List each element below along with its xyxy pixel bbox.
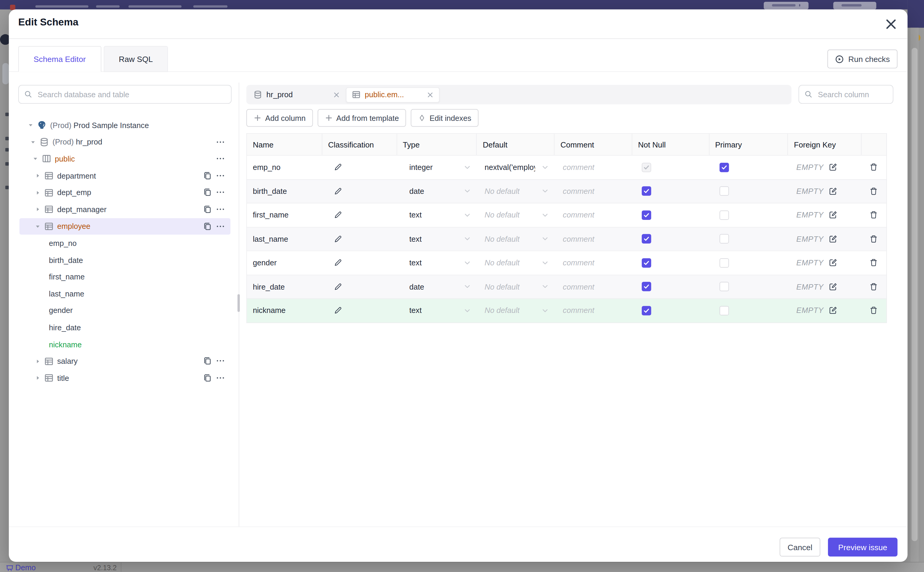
caret-right-icon[interactable] (34, 206, 41, 213)
cell-name[interactable]: emp_no (247, 155, 322, 179)
caret-right-icon[interactable] (34, 189, 41, 196)
caret-right-icon[interactable] (34, 375, 41, 382)
chevron-down-icon[interactable] (541, 187, 549, 195)
chevron-down-icon[interactable] (541, 211, 549, 219)
database-search-input[interactable] (36, 89, 226, 99)
more-menu-icon[interactable] (215, 221, 225, 231)
close-icon[interactable] (884, 17, 898, 31)
cell-type-select[interactable]: text (396, 227, 476, 251)
cell-comment-input[interactable]: comment (554, 204, 632, 227)
tree-item-title[interactable]: title (19, 370, 231, 386)
caret-right-icon[interactable] (34, 172, 41, 179)
edit-foreign-key-icon[interactable] (828, 235, 837, 244)
cell-type-select[interactable]: integer (396, 155, 476, 179)
cell-default-select[interactable]: No default (476, 275, 554, 298)
cell-comment-input[interactable]: comment (554, 227, 632, 251)
column-search-input[interactable] (817, 89, 887, 99)
page-scrollbar[interactable] (910, 28, 919, 572)
cell-comment-input[interactable]: comment (554, 179, 632, 203)
primary-checkbox[interactable] (719, 258, 729, 268)
edit-foreign-key-icon[interactable] (828, 163, 837, 172)
classification-edit-icon[interactable] (333, 163, 343, 172)
cell-default-select[interactable]: nextval('employ (476, 155, 554, 179)
chevron-down-icon[interactable] (464, 283, 472, 291)
cell-type-select[interactable]: text (396, 251, 476, 275)
cell-comment-input[interactable]: comment (554, 251, 632, 275)
cell-name[interactable]: birth_date (247, 179, 322, 203)
classification-edit-icon[interactable] (333, 282, 343, 291)
tab-chip-hr_prod[interactable]: hr_prod (253, 85, 342, 104)
chevron-down-icon[interactable] (541, 235, 549, 243)
classification-edit-icon[interactable] (333, 235, 343, 244)
tree-item-nickname[interactable]: nickname (19, 336, 231, 353)
chevron-down-icon[interactable] (464, 163, 472, 171)
caret-down-icon[interactable] (27, 122, 34, 129)
chevron-down-icon[interactable] (464, 306, 472, 315)
primary-checkbox[interactable] (719, 306, 729, 315)
tree-item-hr_prod[interactable]: (Prod) hr_prod (19, 134, 231, 151)
panel-resize-handle[interactable] (237, 294, 240, 312)
primary-checkbox[interactable] (719, 282, 729, 291)
chevron-down-icon[interactable] (541, 259, 549, 267)
cell-name[interactable]: hire_date (247, 275, 322, 298)
chevron-down-icon[interactable] (464, 235, 472, 243)
tree-item-prod-sample-instance[interactable]: (Prod) Prod Sample Instance (19, 117, 231, 134)
cell-type-select[interactable]: text (396, 299, 476, 322)
not-null-checkbox[interactable] (642, 187, 651, 196)
delete-column-icon[interactable] (869, 211, 878, 219)
primary-checkbox[interactable] (719, 187, 729, 196)
cell-default-select[interactable]: No default (476, 179, 554, 203)
delete-column-icon[interactable] (869, 163, 878, 172)
tree-item-department[interactable]: department (19, 167, 231, 184)
more-menu-icon[interactable] (215, 171, 225, 180)
page-scrollbar-thumb[interactable] (912, 48, 918, 541)
tab-schema-editor[interactable]: Schema Editor (18, 46, 101, 72)
copy-icon[interactable] (203, 356, 212, 366)
classification-edit-icon[interactable] (333, 306, 343, 315)
tree-item-first_name[interactable]: first_name (19, 268, 231, 285)
more-menu-icon[interactable] (215, 205, 225, 214)
caret-right-icon[interactable] (34, 358, 41, 365)
caret-down-icon[interactable] (34, 223, 41, 230)
cell-name[interactable]: first_name (247, 204, 322, 227)
tree-item-gender[interactable]: gender (19, 302, 231, 319)
classification-edit-icon[interactable] (333, 258, 343, 267)
chevron-down-icon[interactable] (541, 163, 549, 171)
chevron-down-icon[interactable] (541, 306, 549, 315)
edit-foreign-key-icon[interactable] (828, 282, 837, 291)
cancel-button[interactable]: Cancel (780, 538, 820, 556)
tree-item-hire_date[interactable]: hire_date (19, 319, 231, 336)
tree-item-emp_no[interactable]: emp_no (19, 235, 231, 252)
more-menu-icon[interactable] (215, 137, 225, 146)
chevron-down-icon[interactable] (464, 187, 472, 195)
cell-name[interactable]: nickname (247, 299, 322, 322)
chevron-down-icon[interactable] (464, 259, 472, 267)
tree-item-last_name[interactable]: last_name (19, 285, 231, 302)
not-null-checkbox[interactable] (642, 306, 651, 315)
delete-column-icon[interactable] (869, 258, 878, 267)
edit-foreign-key-icon[interactable] (828, 306, 837, 315)
tree-item-employee[interactable]: employee (19, 218, 231, 235)
tree-item-dept_manager[interactable]: dept_manager (19, 201, 231, 218)
not-null-checkbox[interactable] (642, 234, 651, 244)
tree-item-birth_date[interactable]: birth_date (19, 252, 231, 268)
tab-chip-public-em---[interactable]: public.em... (346, 87, 440, 102)
copy-icon[interactable] (203, 205, 212, 214)
cell-type-select[interactable]: date (396, 179, 476, 203)
chevron-down-icon[interactable] (464, 211, 472, 219)
primary-checkbox[interactable] (719, 162, 729, 172)
edit-foreign-key-icon[interactable] (828, 258, 837, 267)
cell-name[interactable]: gender (247, 251, 322, 275)
not-null-checkbox[interactable] (642, 282, 651, 291)
primary-checkbox[interactable] (719, 210, 729, 220)
primary-checkbox[interactable] (719, 234, 729, 244)
tree-item-public[interactable]: public (19, 151, 231, 167)
copy-icon[interactable] (203, 188, 212, 197)
add-column-button[interactable]: Add column (247, 109, 313, 127)
run-checks-button[interactable]: Run checks (828, 50, 898, 68)
more-menu-icon[interactable] (215, 188, 225, 197)
edit-foreign-key-icon[interactable] (828, 211, 837, 219)
database-search[interactable] (18, 85, 231, 104)
copy-icon[interactable] (203, 221, 212, 231)
edit-indexes-button[interactable]: Edit indexes (411, 109, 478, 127)
